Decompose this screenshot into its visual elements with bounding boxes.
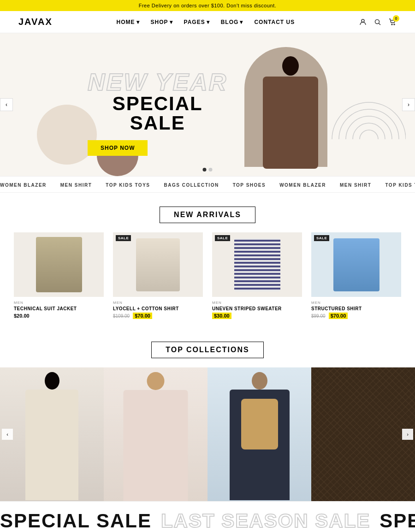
product-title: LYOCELL + COTTON SHIRT — [113, 306, 203, 311]
svg-point-3 — [391, 24, 392, 25]
product-img-jacket — [36, 237, 82, 292]
slide-dot-1[interactable] — [203, 168, 207, 171]
product-title: STRUCTURED SHIRT — [311, 306, 401, 311]
collection-item-4[interactable] — [311, 367, 415, 501]
product-price: $20.00 — [14, 313, 104, 319]
new-arrivals-title-wrap: NEW ARRIVALS — [0, 193, 415, 232]
product-card[interactable]: SALE MEN STRUCTURED SHIRT $99.00 $70.00 — [311, 232, 401, 319]
nav-pages[interactable]: PAGES ▾ — [184, 19, 210, 25]
price-sale: $70.00 — [329, 313, 348, 319]
product-category: MEN — [212, 301, 302, 305]
product-image: SALE — [311, 232, 401, 297]
product-price: $30.00 — [212, 313, 302, 319]
product-img-sweater — [234, 238, 280, 291]
sale-text-last-season: LAST SEASON SALE — [161, 510, 370, 532]
collections-grid: ‹ › — [0, 367, 415, 501]
category-marquee: WOMEN BLAZER MEN SHIRT TOP KIDS TOYS BAG… — [0, 176, 415, 193]
product-image: SALE — [113, 232, 203, 297]
new-arrivals-section: NEW ARRIVALS MEN TECHNICAL SUIT JACKET $… — [0, 193, 415, 332]
product-price: $109.00 $70.00 — [113, 313, 203, 319]
banner-text: Free Delivery on orders over $100. Don't… — [139, 3, 277, 8]
price-original: $99.00 — [311, 313, 326, 319]
collection-net-texture — [311, 367, 415, 501]
hero-section: NEW YEAR SPECIAL SALE SHOP NOW ‹ › — [0, 33, 415, 176]
top-collections-section: TOP COLLECTIONS — [0, 332, 415, 501]
sale-marquee: SPECIAL SALE LAST SEASON SALE SPEC SPECI… — [0, 501, 415, 532]
sale-text-spec: SPEC — [379, 510, 415, 532]
product-category: MEN — [311, 301, 401, 305]
collection-item-2[interactable] — [104, 367, 208, 501]
new-arrivals-title: NEW ARRIVALS — [160, 207, 255, 223]
top-collections-title-wrap: TOP COLLECTIONS — [0, 332, 415, 367]
hero-sale-text: SALE — [88, 113, 227, 133]
sale-text-special: SPECIAL SALE — [0, 510, 152, 532]
collection-item-1[interactable] — [0, 367, 104, 501]
collection-next-button[interactable]: › — [402, 429, 413, 440]
svg-point-4 — [394, 24, 395, 25]
marquee-item: MEN SHIRT — [60, 183, 92, 188]
product-img-shirt — [136, 238, 180, 291]
marquee-item: TOP KIDS TOYS — [106, 183, 150, 188]
hero-slide-dots — [203, 168, 213, 171]
nav-blog[interactable]: BLOG ▾ — [221, 19, 243, 25]
search-icon[interactable] — [374, 18, 382, 26]
hero-content: NEW YEAR SPECIAL SALE SHOP NOW — [88, 70, 227, 156]
svg-point-0 — [362, 19, 364, 22]
sale-badge: SALE — [116, 235, 131, 241]
chevron-down-icon: ▾ — [207, 19, 210, 25]
product-category: MEN — [14, 301, 104, 305]
product-card[interactable]: MEN TECHNICAL SUIT JACKET $20.00 — [14, 232, 104, 319]
svg-line-2 — [379, 23, 380, 25]
marquee-item: BAGS COLLECTION — [164, 183, 219, 188]
sale-badge: SALE — [215, 235, 230, 241]
product-img-structured — [333, 238, 379, 291]
price-amount: $20.00 — [14, 313, 30, 319]
hero-semicircle-decoration — [97, 155, 138, 176]
product-image — [14, 232, 104, 297]
hero-special-text: SPECIAL — [88, 94, 227, 113]
product-category: MEN — [113, 301, 203, 305]
marquee-item: TOP KIDS TOYS — [385, 183, 415, 188]
product-title: UNEVEN STRIPED SWEATER — [212, 306, 302, 311]
slide-dot-2[interactable] — [209, 168, 213, 171]
price-sale: $30.00 — [212, 313, 231, 319]
collection-prev-button[interactable]: ‹ — [2, 429, 13, 440]
chevron-down-icon: ▾ — [170, 19, 173, 25]
marquee-item: MEN SHIRT — [340, 183, 372, 188]
product-price: $99.00 $70.00 — [311, 313, 401, 319]
product-title: TECHNICAL SUIT JACKET — [14, 306, 104, 311]
shop-now-button[interactable]: SHOP NOW — [88, 140, 148, 156]
hero-next-button[interactable]: › — [402, 98, 415, 111]
price-sale: $70.00 — [133, 313, 152, 319]
nav-contact[interactable]: CONTACT US — [254, 19, 295, 25]
header: JAVAX HOME ▾ SHOP ▾ PAGES ▾ BLOG ▾ CONTA… — [0, 11, 415, 33]
logo[interactable]: JAVAX — [18, 17, 53, 27]
marquee-item: TOP SHOES — [233, 183, 266, 188]
chevron-down-icon: ▾ — [136, 19, 140, 25]
collection-item-3[interactable] — [208, 367, 311, 501]
svg-point-1 — [375, 19, 379, 24]
hero-prev-button[interactable]: ‹ — [0, 98, 13, 111]
marquee-inner: WOMEN BLAZER MEN SHIRT TOP KIDS TOYS BAG… — [0, 183, 415, 188]
hero-new-year-text: NEW YEAR — [88, 70, 227, 94]
hero-model-area — [240, 47, 341, 171]
chevron-down-icon: ▾ — [240, 19, 243, 25]
cart-count: 0 — [393, 15, 399, 22]
product-card[interactable]: SALE MEN UNEVEN STRIPED SWEATER $30.00 — [212, 232, 302, 319]
top-collections-title: TOP COLLECTIONS — [151, 342, 263, 358]
price-original: $109.00 — [113, 313, 130, 319]
marquee-item: WOMEN BLAZER — [279, 183, 326, 188]
products-grid: MEN TECHNICAL SUIT JACKET $20.00 SALE ME… — [0, 232, 415, 332]
cart-icon[interactable]: 0 — [388, 18, 397, 26]
account-icon[interactable] — [359, 18, 367, 26]
sale-badge: SALE — [314, 235, 329, 241]
nav-shop[interactable]: SHOP ▾ — [151, 19, 173, 25]
nav-home[interactable]: HOME ▾ — [117, 19, 140, 25]
marquee-item: WOMEN BLAZER — [0, 183, 47, 188]
product-image: SALE — [212, 232, 302, 297]
main-nav: HOME ▾ SHOP ▾ PAGES ▾ BLOG ▾ CONTACT US — [117, 19, 295, 25]
top-banner: Free Delivery on orders over $100. Don't… — [0, 0, 415, 11]
product-card[interactable]: SALE MEN LYOCELL + COTTON SHIRT $109.00 … — [113, 232, 203, 319]
header-icons: 0 — [359, 18, 397, 26]
sale-marquee-inner: SPECIAL SALE LAST SEASON SALE SPEC SPECI… — [0, 510, 415, 532]
